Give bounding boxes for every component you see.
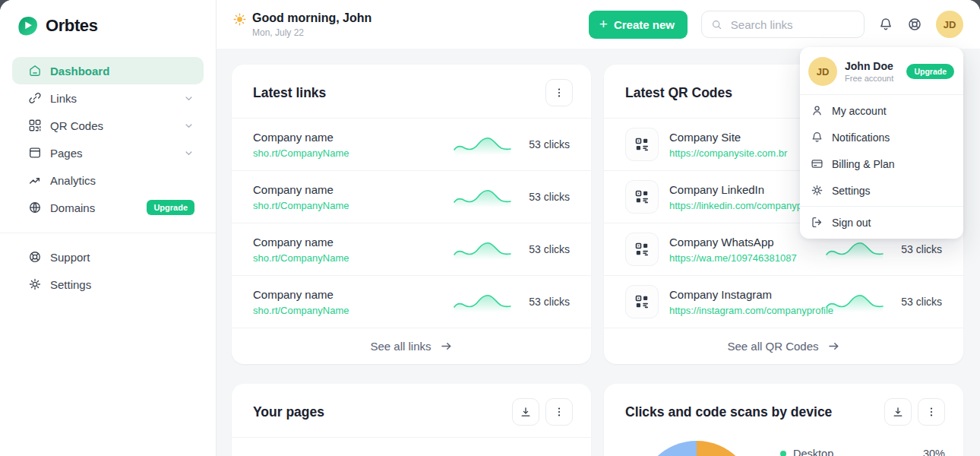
- device-chart-card: Clicks and code scans by device Desktop: [604, 384, 963, 456]
- sidebar-item-label: Support: [50, 251, 90, 264]
- sidebar-item-pages[interactable]: Pages: [12, 139, 204, 166]
- link-name: Company name: [253, 183, 442, 196]
- qr-target-link[interactable]: https://wa.me/109746381087: [669, 252, 814, 264]
- search-icon: [711, 18, 722, 31]
- sparkline-chart: [453, 452, 512, 456]
- sparkline-chart: [453, 290, 512, 313]
- home-icon: [28, 64, 42, 78]
- clicks-count: 53 clicks: [895, 243, 942, 255]
- trend-up-icon: [28, 173, 42, 187]
- notifications-bell-button[interactable]: [878, 17, 893, 32]
- see-all-qr-codes-link[interactable]: See all QR Codes: [604, 328, 963, 364]
- card-title: Your pages: [253, 404, 324, 420]
- lifebuoy-icon: [907, 17, 922, 32]
- clicks-count: 53 clicks: [523, 191, 570, 203]
- qr-thumbnail: [625, 180, 659, 214]
- sidebar-item-support[interactable]: Support: [12, 243, 204, 271]
- short-link[interactable]: sho.rt/CompanyName: [253, 252, 442, 264]
- card-title: Clicks and code scans by device: [625, 404, 832, 420]
- sidebar-item-label: Analytics: [50, 174, 96, 187]
- sidebar-item-label: Domains: [50, 201, 95, 214]
- page-date: Mon, July 22: [252, 27, 371, 38]
- sidebar-item-analytics[interactable]: Analytics: [12, 166, 204, 194]
- page-row[interactable]: Link in bio 159 visits: [232, 437, 591, 456]
- qr-name: Company WhatsApp: [669, 236, 814, 249]
- short-link[interactable]: sho.rt/CompanyName: [253, 305, 442, 316]
- short-link[interactable]: sho.rt/CompanyName: [253, 147, 442, 159]
- download-icon: [892, 406, 904, 418]
- upgrade-button[interactable]: Upgrade: [906, 64, 954, 79]
- see-all-links-link[interactable]: See all links: [232, 328, 591, 364]
- sidebar-item-label: Pages: [50, 147, 83, 160]
- link-row[interactable]: Company name sho.rt/CompanyName 53 click…: [232, 223, 591, 275]
- sidebar-item-qr-codes[interactable]: QR Codes: [12, 112, 204, 139]
- menu-item-my-account[interactable]: My account: [800, 97, 963, 124]
- sidebar-item-domains[interactable]: Domains Upgrade: [12, 194, 204, 221]
- menu-item-sign-out[interactable]: Sign out: [800, 209, 963, 236]
- download-icon: [520, 406, 532, 418]
- qr-name: Company Instagram: [669, 288, 814, 301]
- sidebar-item-settings[interactable]: Settings: [12, 271, 204, 298]
- sidebar-item-links[interactable]: Links: [12, 84, 204, 112]
- legend-row-desktop: Desktop 30%: [780, 448, 945, 456]
- your-pages-card: Your pages Link in bio: [232, 384, 591, 456]
- device-donut-chart: [639, 441, 754, 456]
- menu-item-notifications[interactable]: Notifications: [800, 124, 963, 150]
- link-row[interactable]: Company name sho.rt/CompanyName 53 click…: [232, 118, 591, 170]
- short-link[interactable]: sho.rt/CompanyName: [253, 200, 442, 211]
- qr-target-link[interactable]: https://linkedin.com/companypage: [669, 200, 814, 211]
- avatar: JD: [808, 57, 837, 86]
- qr-name: Company LinkedIn: [669, 183, 814, 196]
- sidebar: Orbtes Dashboard Links: [0, 0, 217, 456]
- credit-card-icon: [811, 157, 824, 170]
- account-summary: JD John Doe Free account Upgrade: [800, 51, 963, 92]
- bell-icon: [878, 17, 893, 32]
- search-input[interactable]: [729, 17, 855, 32]
- account-name: John Doe: [845, 60, 893, 72]
- qr-name: Company Site: [669, 131, 814, 144]
- qr-icon: [634, 242, 650, 257]
- user-avatar[interactable]: JD: [936, 11, 963, 38]
- link-row[interactable]: Company name sho.rt/CompanyName 53 click…: [232, 170, 591, 223]
- download-button[interactable]: [512, 398, 539, 426]
- card-title: Latest QR Codes: [625, 85, 732, 101]
- topbar: Good morning, John Mon, July 22 + Create…: [217, 0, 980, 49]
- menu-item-settings[interactable]: Settings: [800, 177, 963, 204]
- sidebar-item-label: QR Codes: [50, 119, 103, 132]
- link-row[interactable]: Company name sho.rt/CompanyName 53 click…: [232, 275, 591, 328]
- globe-icon: [28, 201, 42, 214]
- sidebar-footer-nav: Support Settings: [0, 243, 216, 298]
- sidebar-item-label: Settings: [50, 278, 91, 291]
- sidebar-item-dashboard[interactable]: Dashboard: [12, 57, 204, 84]
- menu-item-billing[interactable]: Billing & Plan: [800, 150, 963, 177]
- kebab-icon: [553, 406, 565, 418]
- link-icon: [28, 91, 42, 105]
- card-menu-button[interactable]: [545, 398, 573, 426]
- link-name: Company name: [253, 236, 442, 249]
- qr-icon: [634, 137, 650, 152]
- card-menu-button[interactable]: [918, 398, 945, 426]
- search-box[interactable]: [701, 11, 865, 38]
- chevron-down-icon: [183, 120, 194, 131]
- link-name: Company name: [253, 288, 442, 301]
- brand-logo[interactable]: Orbtes: [0, 0, 216, 36]
- sparkline-chart: [453, 133, 512, 156]
- help-button[interactable]: [907, 17, 922, 32]
- download-button[interactable]: [884, 398, 912, 426]
- qr-target-link[interactable]: https://companysite.com.br: [669, 147, 814, 159]
- legend-value: 30%: [923, 448, 945, 456]
- qr-row[interactable]: Company Instagram https://instagram.com/…: [604, 275, 963, 328]
- kebab-icon: [553, 87, 565, 99]
- create-new-button[interactable]: + Create new: [589, 11, 688, 39]
- domains-upgrade-badge[interactable]: Upgrade: [147, 200, 194, 215]
- qr-target-link[interactable]: https://instagram.com/companyprofile: [669, 305, 814, 316]
- link-name: Company name: [253, 131, 442, 144]
- chevron-down-icon: [183, 93, 194, 104]
- card-menu-button[interactable]: [545, 79, 573, 106]
- account-dropdown-menu: JD John Doe Free account Upgrade My acco…: [800, 47, 963, 239]
- brand-logo-icon: [17, 14, 39, 36]
- clicks-count: 53 clicks: [523, 138, 570, 150]
- gear-icon: [28, 277, 42, 291]
- device-chart-legend: Desktop 30%: [780, 441, 945, 456]
- sidebar-divider: [0, 233, 216, 233]
